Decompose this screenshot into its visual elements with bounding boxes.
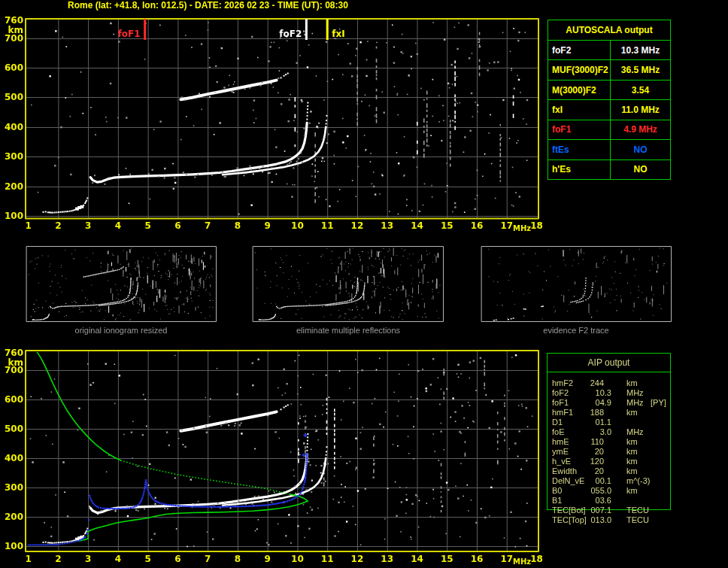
parameter-value: 055.0 bbox=[569, 486, 611, 496]
parameter-unit: TECU bbox=[626, 506, 649, 515]
parameter-label: hmE bbox=[552, 437, 569, 447]
table-row: hmE 110 km bbox=[548, 437, 672, 447]
parameter-label: foF2 bbox=[552, 388, 569, 398]
parameter-value: 188 bbox=[569, 408, 604, 418]
table-row: h_vE 120 km bbox=[548, 457, 672, 466]
parameter-unit: km bbox=[626, 466, 638, 476]
parameter-value: 36.5 MHz bbox=[611, 60, 670, 79]
parameter-label: h'Es bbox=[548, 160, 611, 179]
parameter-unit: MHz bbox=[626, 388, 644, 398]
table-row: ftEs NO bbox=[548, 140, 670, 159]
parameter-value: 11.0 MHz bbox=[611, 100, 670, 119]
parameter-value: 20 bbox=[569, 466, 604, 476]
table-row: B0 055.0 km bbox=[548, 486, 672, 496]
parameter-unit: km bbox=[626, 457, 638, 466]
thumbnail-caption: original ionogram resized bbox=[23, 326, 219, 335]
parameter-label: B1 bbox=[552, 496, 562, 506]
parameter-note: [PY] bbox=[651, 398, 666, 408]
table-row: M(3000)F2 3.54 bbox=[548, 80, 670, 100]
table-row: foF1 04.9 MHz [PY] bbox=[548, 398, 672, 408]
aip-output-table: AIP output hmF2 244 km foF2 10.3 MHz foF… bbox=[547, 353, 671, 510]
parameter-value: NO bbox=[611, 160, 670, 179]
page-title: Rome (lat: +41.8, lon: 012.5) - DATE: 20… bbox=[68, 0, 348, 11]
parameter-unit: km bbox=[626, 447, 638, 457]
autoscala-output-table: AUTOSCALA output foF2 10.3 MHz MUF(3000)… bbox=[548, 20, 671, 180]
table-row: foF1 4.9 MHz bbox=[548, 120, 670, 140]
thumbnail-caption: evidence F2 trace bbox=[478, 326, 674, 335]
table-row: foF2 10.3 MHz bbox=[548, 41, 670, 60]
parameter-value: 3.54 bbox=[611, 80, 670, 99]
parameter-unit: m^(-3) bbox=[626, 476, 650, 486]
parameter-label: B0 bbox=[552, 486, 562, 496]
table-row: foE 3.0 MHz bbox=[548, 427, 672, 437]
parameter-label: ftEs bbox=[548, 140, 611, 159]
parameter-value: 007.1 bbox=[569, 506, 611, 515]
parameter-label: foF2 bbox=[548, 41, 611, 59]
parameter-value: 00.1 bbox=[569, 476, 611, 486]
parameter-value: 3.0 bbox=[569, 427, 611, 437]
parameter-label: D1 bbox=[552, 418, 563, 427]
parameter-value: 20 bbox=[569, 447, 604, 457]
parameter-value: 04.9 bbox=[569, 398, 611, 408]
parameter-value: 120 bbox=[569, 457, 604, 466]
aip-table-title: AIP output bbox=[548, 354, 670, 372]
parameter-unit: TECU bbox=[626, 515, 649, 525]
parameter-unit: km bbox=[626, 378, 638, 388]
table-row: MUF(3000)F2 36.5 MHz bbox=[548, 60, 670, 80]
autoscala-app: Rome (lat: +41.8, lon: 012.5) - DATE: 20… bbox=[0, 0, 728, 568]
table-row: B1 03.6 bbox=[548, 496, 672, 506]
parameter-value: 4.9 MHz bbox=[611, 120, 670, 139]
table-row: fxI 11.0 MHz bbox=[548, 100, 670, 120]
table-row: h'Es NO bbox=[548, 160, 670, 179]
table-row: TEC[Bot] 007.1 TECU bbox=[548, 506, 672, 515]
table-row: hmF1 188 km bbox=[548, 408, 672, 418]
parameter-unit: MHz bbox=[626, 398, 644, 408]
parameter-value: 013.0 bbox=[569, 515, 611, 525]
parameter-unit: km bbox=[626, 437, 638, 447]
parameter-value: 244 bbox=[569, 378, 604, 388]
table-row: foF2 10.3 MHz bbox=[548, 388, 672, 398]
parameter-label: foE bbox=[552, 427, 565, 437]
parameter-label: fxI bbox=[548, 100, 611, 119]
parameter-unit: MHz bbox=[626, 427, 644, 437]
autoscala-table-title: AUTOSCALA output bbox=[548, 20, 670, 41]
parameter-value: 10.3 bbox=[569, 388, 611, 398]
parameter-unit: km bbox=[626, 408, 638, 418]
table-row: Ewidth 20 km bbox=[548, 466, 672, 476]
parameter-label: foF1 bbox=[552, 398, 569, 408]
parameter-label: M(3000)F2 bbox=[548, 80, 611, 99]
table-row: TEC[Top] 013.0 TECU bbox=[548, 515, 672, 525]
parameter-value: 110 bbox=[569, 437, 604, 447]
table-row: D1 01.1 bbox=[548, 418, 672, 427]
table-row: ymE 20 km bbox=[548, 447, 672, 457]
parameter-value: NO bbox=[611, 140, 670, 159]
aip-table-body: hmF2 244 km foF2 10.3 MHz foF1 04.9 MHz … bbox=[548, 378, 672, 525]
parameter-label: MUF(3000)F2 bbox=[548, 60, 611, 79]
parameter-label: ymE bbox=[552, 447, 569, 457]
parameter-value: 03.6 bbox=[569, 496, 611, 506]
table-row: DelN_vE 00.1 m^(-3) bbox=[548, 476, 672, 486]
parameter-value: 01.1 bbox=[569, 418, 611, 427]
parameter-value: 10.3 MHz bbox=[611, 41, 670, 59]
thumbnail-caption: eliminate multiple reflections bbox=[250, 326, 446, 335]
parameter-label: foF1 bbox=[548, 120, 611, 139]
table-row: hmF2 244 km bbox=[548, 378, 672, 388]
parameter-unit: km bbox=[626, 486, 638, 496]
autoscala-table-body: foF2 10.3 MHz MUF(3000)F2 36.5 MHz M(300… bbox=[548, 41, 670, 179]
